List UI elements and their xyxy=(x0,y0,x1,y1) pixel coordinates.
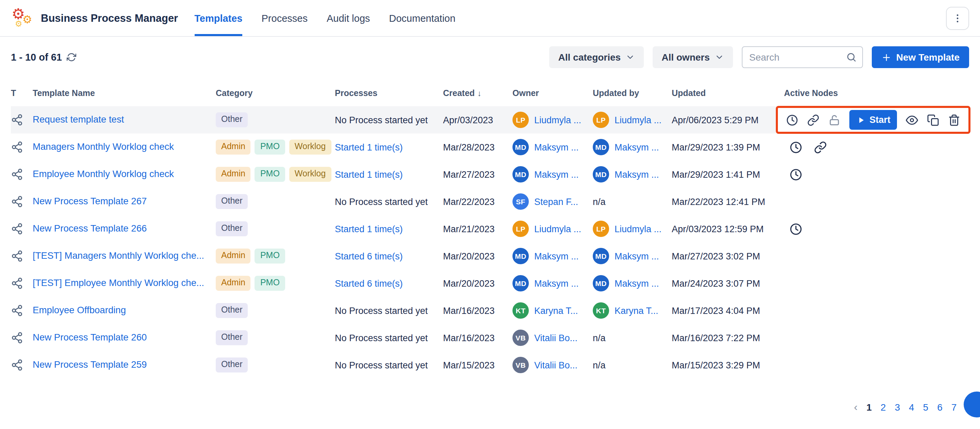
start-button[interactable]: Start xyxy=(849,110,897,130)
template-type-icon xyxy=(11,141,23,153)
table-row[interactable]: [TEST] Managers Monthly Worklog che... A… xyxy=(11,242,969,270)
avatar: MD xyxy=(593,248,609,264)
search-input[interactable] xyxy=(742,46,863,68)
table-row[interactable]: Managers Monthly Worklog check Admin PMO… xyxy=(11,134,969,161)
owner-link[interactable]: Karyna T... xyxy=(534,305,578,316)
app-root: ⚙⚙⚙ Business Process Manager Templates P… xyxy=(0,0,980,429)
owner-link[interactable]: Liudmyla ... xyxy=(534,224,581,234)
link-button[interactable] xyxy=(807,114,819,126)
help-fab-button[interactable] xyxy=(964,392,980,418)
eye-icon xyxy=(906,114,918,126)
updated-date: Mar/22/2023 12:41 PM xyxy=(672,196,784,207)
category-chip: Worklog xyxy=(289,140,331,154)
template-name-link[interactable]: New Process Template 266 xyxy=(33,215,216,242)
copy-button[interactable] xyxy=(927,114,939,126)
process-status: No Process started yet xyxy=(335,196,443,207)
category-chip: Other xyxy=(216,330,248,345)
prev-page-chevron[interactable]: ‹ xyxy=(854,402,858,413)
owner-link[interactable]: Maksym ... xyxy=(534,251,579,261)
column-created-sortable[interactable]: Created ↓ xyxy=(443,89,512,98)
active-node-link-icon xyxy=(814,140,827,153)
trash-icon xyxy=(948,114,960,126)
page-5[interactable]: 5 xyxy=(923,402,929,413)
template-type-icon xyxy=(11,223,23,235)
table-row[interactable]: Request template test Other No Process s… xyxy=(11,106,969,134)
new-template-button[interactable]: New Template xyxy=(872,46,969,68)
category-chip: PMO xyxy=(255,249,285,263)
page-3[interactable]: 3 xyxy=(894,402,900,413)
column-created-label: Created xyxy=(443,89,475,98)
history-button[interactable] xyxy=(786,114,798,126)
refresh-button[interactable] xyxy=(67,53,76,62)
main-nav: Templates Processes Audit logs Documenta… xyxy=(194,0,455,36)
table-row[interactable]: [TEST] Employee Monthly Worklog che... A… xyxy=(11,270,969,297)
owner-link[interactable]: Vitalii Bo... xyxy=(534,360,578,370)
updated-date: Mar/16/2023 7:22 PM xyxy=(672,333,784,343)
updated-by-link[interactable]: Liudmyla ... xyxy=(614,115,662,125)
template-name-link[interactable]: [TEST] Managers Monthly Worklog che... xyxy=(33,242,216,270)
template-name-link[interactable]: Employee Offboarding xyxy=(33,297,216,324)
link-icon xyxy=(807,114,819,126)
table-row[interactable]: New Process Template 266 Other Started 1… xyxy=(11,215,969,242)
owner-link[interactable]: Vitalii Bo... xyxy=(534,333,578,343)
owner-link[interactable]: Liudmyla ... xyxy=(534,115,581,125)
more-menu-button[interactable] xyxy=(946,6,969,30)
table-row[interactable]: Employee Offboarding Other No Process st… xyxy=(11,297,969,324)
updated-by-link[interactable]: Liudmyla ... xyxy=(614,224,662,234)
tab-audit-logs[interactable]: Audit logs xyxy=(327,0,370,36)
page-1[interactable]: 1 xyxy=(866,402,872,413)
updated-by-link[interactable]: Karyna T... xyxy=(614,305,659,316)
owner-link[interactable]: Maksym ... xyxy=(534,169,579,179)
process-link[interactable]: Started 1 time(s) xyxy=(335,169,443,179)
table-row[interactable]: New Process Template 267 Other No Proces… xyxy=(11,188,969,215)
created-date: Mar/28/2023 xyxy=(443,142,512,152)
categories-filter-dropdown[interactable]: All categories xyxy=(550,46,644,68)
app-header: ⚙⚙⚙ Business Process Manager Templates P… xyxy=(0,0,980,37)
permissions-button[interactable] xyxy=(828,114,840,126)
template-name-link[interactable]: Employee Monthly Worklog check xyxy=(33,161,216,188)
column-type: T xyxy=(11,89,33,98)
template-name-link[interactable]: New Process Template 267 xyxy=(33,188,216,215)
search-box xyxy=(742,46,863,68)
owner-link[interactable]: Stepan F... xyxy=(534,196,578,207)
updated-by-link[interactable]: Maksym ... xyxy=(614,278,659,289)
process-link[interactable]: Started 1 time(s) xyxy=(335,142,443,152)
column-updated-by: Updated by xyxy=(593,89,672,98)
page-2[interactable]: 2 xyxy=(881,402,886,413)
process-link[interactable]: Started 1 time(s) xyxy=(335,224,443,234)
page-7[interactable]: 7 xyxy=(951,402,957,413)
owners-filter-dropdown[interactable]: All owners xyxy=(653,46,733,68)
updated-by-link[interactable]: Maksym ... xyxy=(614,251,659,261)
process-link[interactable]: Started 6 time(s) xyxy=(335,278,443,289)
updated-by-na: n/a xyxy=(593,333,672,343)
category-chip: Admin xyxy=(216,167,251,182)
created-date: Apr/03/2023 xyxy=(443,115,512,125)
avatar: LP xyxy=(593,112,609,128)
tab-templates[interactable]: Templates xyxy=(194,0,242,36)
template-name-link[interactable]: New Process Template 260 xyxy=(33,324,216,351)
process-link[interactable]: Started 6 time(s) xyxy=(335,251,443,261)
watch-button[interactable] xyxy=(906,114,918,126)
page-4[interactable]: 4 xyxy=(909,402,914,413)
chevron-down-icon xyxy=(714,53,724,62)
owner-link[interactable]: Maksym ... xyxy=(534,278,579,289)
template-name-link[interactable]: Managers Monthly Worklog check xyxy=(33,134,216,161)
avatar: VB xyxy=(512,357,529,373)
template-name-link[interactable]: New Process Template 259 xyxy=(33,351,216,379)
tab-documentation[interactable]: Documentation xyxy=(389,0,455,36)
template-name-link[interactable]: Request template test xyxy=(33,106,216,134)
owner-link[interactable]: Maksym ... xyxy=(534,142,579,152)
category-chip: Other xyxy=(216,357,248,372)
updated-by-link[interactable]: Maksym ... xyxy=(614,169,659,179)
table-row[interactable]: New Process Template 260 Other No Proces… xyxy=(11,324,969,351)
table-row[interactable]: New Process Template 259 Other No Proces… xyxy=(11,351,969,379)
new-template-label: New Template xyxy=(896,52,959,63)
table-row[interactable]: Employee Monthly Worklog check Admin PMO… xyxy=(11,161,969,188)
updated-date: Mar/24/2023 3:07 PM xyxy=(672,278,784,289)
tab-processes[interactable]: Processes xyxy=(262,0,308,36)
list-toolbar: 1 - 10 of 61 All categories All owners N… xyxy=(0,37,980,78)
template-name-link[interactable]: [TEST] Employee Monthly Worklog che... xyxy=(33,270,216,297)
page-6[interactable]: 6 xyxy=(937,402,943,413)
updated-by-link[interactable]: Maksym ... xyxy=(614,142,659,152)
delete-button[interactable] xyxy=(948,114,960,126)
